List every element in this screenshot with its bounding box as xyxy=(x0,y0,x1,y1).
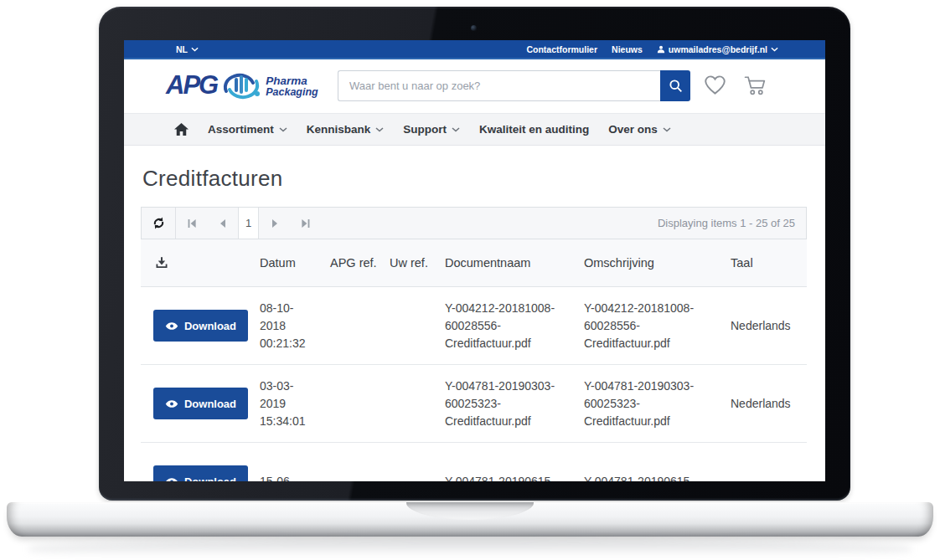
chevron-down-icon xyxy=(663,127,671,132)
cell-documentnaam: Y-004781-20190615- xyxy=(445,473,584,482)
download-button-label: Download xyxy=(184,475,236,482)
cell-omschrijving: Y-004781-20190615- xyxy=(584,473,731,482)
paging-status: Displaying items 1 - 25 of 25 xyxy=(658,208,806,239)
cell-documentnaam: Y-004212-20181008-60028556-Creditfactuur… xyxy=(445,300,584,352)
link-contactformulier[interactable]: Contactformulier xyxy=(526,44,597,54)
person-icon xyxy=(657,45,665,54)
download-tray-icon xyxy=(155,259,168,272)
chevron-down-icon xyxy=(452,127,460,132)
prev-page-button[interactable] xyxy=(207,208,238,239)
home-icon xyxy=(174,123,189,136)
last-page-icon xyxy=(301,218,311,229)
language-label: NL xyxy=(176,44,188,54)
utility-bar: NL Contactformulier Nieuws uwmailadres@b… xyxy=(124,40,825,58)
table-row: Download 08-10-2018 00:21:32 Y-004212-20… xyxy=(141,287,807,365)
table-header-row: Datum APG ref. Uw ref. Documentnaam Omsc… xyxy=(141,239,807,287)
account-email: uwmailadres@bedrijf.nl xyxy=(669,44,767,54)
cell-datum: 08-10-2018 00:21:32 xyxy=(260,300,330,352)
column-header-apg-ref[interactable]: APG ref. xyxy=(330,256,390,270)
search-button[interactable] xyxy=(660,70,690,101)
site-header: APG Pharma Packaging xyxy=(124,59,825,113)
logo-tagline-line1: Pharma xyxy=(266,75,318,87)
page-content: Creditfacturen xyxy=(124,166,825,481)
download-button[interactable]: Download xyxy=(153,310,248,342)
cell-taal: Nederlands xyxy=(731,395,807,413)
dna-logo-icon xyxy=(222,69,261,102)
cell-datum: 15-06- xyxy=(260,473,330,482)
webcam-dot xyxy=(471,25,477,31)
search-icon xyxy=(669,79,683,93)
laptop-reflection xyxy=(28,539,912,559)
language-selector[interactable]: NL xyxy=(176,44,199,54)
table-row: Download 15-06- Y-004781-20190615- Y-004… xyxy=(141,443,807,481)
nav-item-assortiment[interactable]: Assortiment xyxy=(208,123,287,136)
laptop-mockup: NL Contactformulier Nieuws uwmailadres@b… xyxy=(0,0,940,560)
chevron-down-icon xyxy=(279,127,287,132)
column-header-taal[interactable]: Taal xyxy=(731,256,807,270)
cell-taal: Nederlands xyxy=(731,317,807,335)
page-title: Creditfacturen xyxy=(142,166,808,192)
download-button[interactable]: Download xyxy=(153,388,248,419)
cell-omschrijving: Y-004781-20190303-60025323-Creditfactuur… xyxy=(584,378,731,430)
refresh-icon xyxy=(152,216,166,230)
cell-documentnaam: Y-004781-20190303-60025323-Creditfactuur… xyxy=(445,378,584,430)
eye-icon xyxy=(165,321,178,331)
account-menu[interactable]: uwmailadres@bedrijf.nl xyxy=(657,44,778,54)
download-button[interactable]: Download xyxy=(153,465,248,481)
next-page-icon xyxy=(270,218,280,229)
nav-label: Assortiment xyxy=(208,123,274,136)
nav-label: Over ons xyxy=(608,123,658,136)
nav-label: Support xyxy=(403,123,447,136)
company-logo[interactable]: APG Pharma Packaging xyxy=(166,69,318,102)
last-page-button[interactable] xyxy=(290,208,321,239)
column-header-omschrijving[interactable]: Omschrijving xyxy=(584,256,731,270)
cell-omschrijving: Y-004212-20181008-60028556-Creditfactuur… xyxy=(584,300,731,352)
chevron-down-icon xyxy=(375,127,384,132)
download-button-label: Download xyxy=(184,398,236,410)
chevron-down-icon xyxy=(771,47,778,52)
cart-button[interactable] xyxy=(743,74,767,96)
first-page-button[interactable] xyxy=(176,208,207,239)
logo-tagline: Pharma Packaging xyxy=(266,73,318,98)
next-page-button[interactable] xyxy=(259,208,290,239)
download-column-header xyxy=(141,256,260,270)
nav-item-kennisbank[interactable]: Kennisbank xyxy=(307,123,385,136)
logo-apg-text: APG xyxy=(166,70,217,100)
column-header-documentnaam[interactable]: Documentnaam xyxy=(445,256,584,270)
first-page-icon xyxy=(187,218,197,229)
prev-page-icon xyxy=(218,218,228,229)
nav-item-kwaliteit-en-auditing[interactable]: Kwaliteit en auditing xyxy=(479,123,589,136)
heart-icon xyxy=(704,85,726,98)
grid-toolbar: 1 Displaying items 1 - 25 of 25 xyxy=(141,207,807,239)
utility-links: Contactformulier Nieuws uwmailadres@bedr… xyxy=(526,44,778,54)
chevron-down-icon xyxy=(191,47,199,52)
search-input[interactable] xyxy=(338,70,660,101)
cell-datum: 03-03-2019 15:34:01 xyxy=(260,378,330,430)
link-nieuws[interactable]: Nieuws xyxy=(612,44,643,54)
column-header-uw-ref[interactable]: Uw ref. xyxy=(390,256,445,270)
eye-icon xyxy=(165,399,178,408)
eye-icon xyxy=(165,477,178,482)
download-button-label: Download xyxy=(184,320,236,332)
documents-grid: 1 Displaying items 1 - 25 of 25 xyxy=(141,207,807,481)
main-navigation: Assortiment Kennisbank Support Kwaliteit… xyxy=(124,113,825,146)
browser-viewport: NL Contactformulier Nieuws uwmailadres@b… xyxy=(124,40,825,481)
table-row: Download 03-03-2019 15:34:01 Y-004781-20… xyxy=(141,365,807,443)
nav-item-over-ons[interactable]: Over ons xyxy=(608,123,671,136)
wishlist-button[interactable] xyxy=(704,74,726,95)
nav-label: Kwaliteit en auditing xyxy=(479,123,589,136)
nav-label: Kennisbank xyxy=(307,123,371,136)
nav-home[interactable] xyxy=(174,123,189,136)
current-page-indicator[interactable]: 1 xyxy=(238,208,259,239)
search-bar xyxy=(338,70,690,101)
column-header-datum[interactable]: Datum xyxy=(260,256,330,270)
nav-item-support[interactable]: Support xyxy=(403,123,460,136)
shopping-cart-icon xyxy=(743,86,767,99)
refresh-button[interactable] xyxy=(142,208,176,239)
logo-tagline-line2: Packaging xyxy=(266,87,318,98)
